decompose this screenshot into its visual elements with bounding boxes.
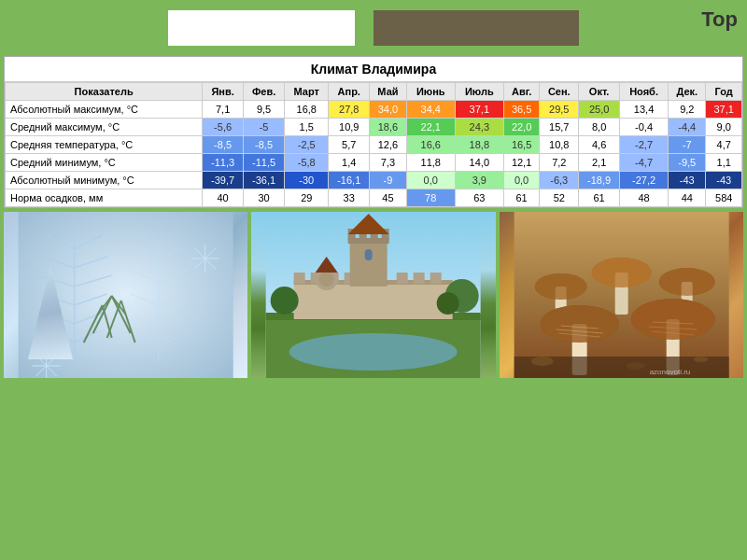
cell: 78 bbox=[406, 189, 455, 207]
cell: -16,1 bbox=[329, 172, 370, 189]
cell: -43 bbox=[669, 172, 706, 189]
cell: 16,5 bbox=[503, 136, 539, 154]
col-header-apr: Апр. bbox=[329, 83, 370, 101]
svg-point-64 bbox=[319, 272, 334, 287]
cell: 9,2 bbox=[669, 101, 706, 119]
cell: 29 bbox=[285, 189, 329, 207]
svg-point-78 bbox=[658, 268, 714, 296]
cell: 48 bbox=[620, 189, 669, 207]
cell: -0,4 bbox=[620, 119, 669, 136]
cell: -2,7 bbox=[620, 136, 669, 154]
svg-rect-53 bbox=[414, 273, 425, 284]
col-header-may: Май bbox=[370, 83, 407, 101]
cell: -9 bbox=[370, 172, 407, 189]
cell: 9,5 bbox=[244, 101, 285, 119]
svg-rect-55 bbox=[350, 240, 388, 287]
cell: -27,2 bbox=[620, 172, 669, 189]
table-row: Норма осадков, мм 40 30 29 33 45 78 63 6… bbox=[6, 189, 742, 207]
cell: 34,0 bbox=[370, 101, 407, 119]
svg-point-92 bbox=[530, 357, 553, 366]
svg-text:azonovoti.ru: azonovoti.ru bbox=[649, 368, 690, 376]
cell: 63 bbox=[455, 189, 503, 207]
cell: 584 bbox=[706, 189, 742, 207]
col-header-year: Год bbox=[706, 83, 742, 101]
cell: 7,2 bbox=[540, 154, 579, 172]
cell: -5 bbox=[244, 119, 285, 136]
cell: 5,7 bbox=[329, 136, 370, 154]
svg-point-94 bbox=[693, 357, 708, 362]
svg-rect-62 bbox=[365, 249, 373, 260]
castle-photo-svg bbox=[251, 212, 495, 378]
cell: 22,1 bbox=[406, 119, 455, 136]
cell: -18,9 bbox=[579, 172, 620, 189]
cell: -6,3 bbox=[540, 172, 579, 189]
cell: 29,5 bbox=[540, 101, 579, 119]
svg-point-93 bbox=[626, 362, 644, 370]
cell: 30 bbox=[244, 189, 285, 207]
cell: 15,7 bbox=[540, 119, 579, 136]
svg-point-72 bbox=[534, 273, 586, 300]
cell: 1,5 bbox=[285, 119, 329, 136]
cell: 8,0 bbox=[579, 119, 620, 136]
cell: -8,5 bbox=[203, 136, 244, 154]
cell: -8,5 bbox=[244, 136, 285, 154]
cell: 52 bbox=[540, 189, 579, 207]
cell: 40 bbox=[203, 189, 244, 207]
cell: 22,0 bbox=[503, 119, 539, 136]
cell: 0,0 bbox=[406, 172, 455, 189]
photo-mushrooms: azonovoti.ru bbox=[500, 212, 743, 378]
col-header-jun: Июнь bbox=[406, 83, 455, 101]
cell: 7,3 bbox=[370, 154, 407, 172]
cell: -2,5 bbox=[285, 136, 329, 154]
cell: 37,1 bbox=[706, 101, 742, 119]
top-area: Top bbox=[0, 0, 747, 56]
col-header-sep: Сен. bbox=[540, 83, 579, 101]
cell: -5,8 bbox=[285, 154, 329, 172]
cell: 2,1 bbox=[579, 154, 620, 172]
col-header-dec: Дек. bbox=[669, 83, 706, 101]
col-header-aug: Авг. bbox=[503, 83, 539, 101]
cell: 16,8 bbox=[285, 101, 329, 119]
top-label: Top bbox=[701, 7, 738, 32]
cell: 33 bbox=[329, 189, 370, 207]
cell: -9,5 bbox=[669, 154, 706, 172]
cell: 3,9 bbox=[455, 172, 503, 189]
svg-point-68 bbox=[437, 292, 459, 315]
cell: 25,0 bbox=[579, 101, 620, 119]
row-label: Средний максимум, °С bbox=[6, 119, 203, 136]
photos-section: azonovoti.ru bbox=[0, 212, 747, 378]
climate-table: Показатель Янв. Фев. Март Апр. Май Июнь … bbox=[5, 82, 742, 207]
col-header-jan: Янв. bbox=[203, 83, 244, 101]
cell: 12,1 bbox=[503, 154, 539, 172]
climate-table-container: Климат Владимира Показатель Янв. Фев. Ма… bbox=[4, 56, 743, 208]
cell: 14,0 bbox=[455, 154, 503, 172]
col-header-nov: Нояб. bbox=[620, 83, 669, 101]
row-label: Абсолютный минимум, °С bbox=[6, 172, 203, 189]
svg-rect-52 bbox=[397, 273, 408, 284]
cell: -5,6 bbox=[203, 119, 244, 136]
cell: 13,4 bbox=[620, 101, 669, 119]
cell: -30 bbox=[285, 172, 329, 189]
table-row: Средний минимум, °С -11,3 -11,5 -5,8 1,4… bbox=[6, 154, 742, 172]
cell: 9,0 bbox=[706, 119, 742, 136]
col-header-oct: Окт. bbox=[579, 83, 620, 101]
svg-point-45 bbox=[289, 333, 458, 371]
cell: -39,7 bbox=[203, 172, 244, 189]
cell: -4,4 bbox=[669, 119, 706, 136]
top-white-box bbox=[168, 10, 355, 46]
table-row: Абсолютный минимум, °С -39,7 -36,1 -30 -… bbox=[6, 172, 742, 189]
svg-rect-54 bbox=[430, 273, 442, 284]
svg-rect-25 bbox=[19, 212, 233, 378]
col-header-feb: Фев. bbox=[244, 83, 285, 101]
cell: 10,9 bbox=[329, 119, 370, 136]
table-row: Средний максимум, °С -5,6 -5 1,5 10,9 18… bbox=[6, 119, 742, 136]
cell: 34,4 bbox=[406, 101, 455, 119]
cell: 4,6 bbox=[579, 136, 620, 154]
svg-rect-46 bbox=[294, 282, 453, 319]
cell: 16,6 bbox=[406, 136, 455, 154]
row-label: Абсолютный максимум, °С bbox=[6, 101, 203, 119]
photo-castle bbox=[251, 212, 495, 378]
row-label: Норма осадков, мм bbox=[6, 189, 203, 207]
cell: 61 bbox=[503, 189, 539, 207]
cell: -36,1 bbox=[244, 172, 285, 189]
